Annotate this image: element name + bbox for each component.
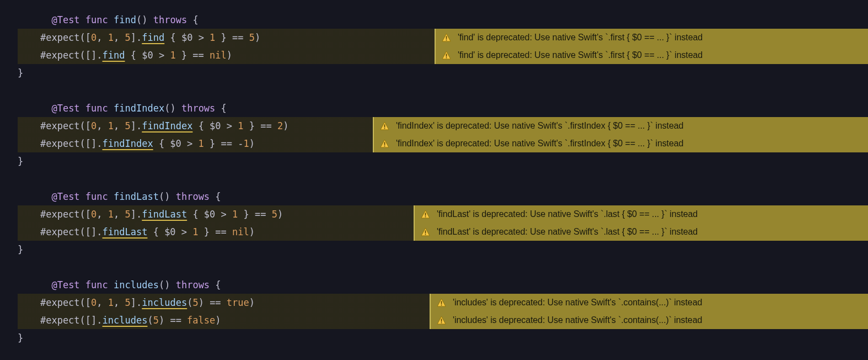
attr-test: @Test — [51, 14, 79, 25]
svg-rect-5 — [384, 128, 385, 129]
warning-message: 'findLast' is deprecated: Use native Swi… — [437, 223, 698, 241]
warning-icon — [435, 294, 447, 311]
svg-rect-10 — [425, 230, 426, 233]
warning-banner[interactable]: 'includes' is deprecated: Use native Swi… — [430, 294, 868, 311]
code-line[interactable]: } — [18, 64, 868, 82]
svg-rect-0 — [446, 36, 447, 39]
deprecated-method: includes — [103, 315, 148, 326]
code-line[interactable]: } — [18, 152, 868, 170]
svg-rect-12 — [441, 301, 442, 304]
warning-icon — [440, 46, 452, 64]
code-line[interactable]: @Test func findLast() throws { — [18, 188, 868, 205]
svg-rect-14 — [441, 319, 442, 321]
warning-banner[interactable]: 'find' is deprecated: Use native Swift's… — [435, 29, 868, 46]
code-line[interactable]: #expect([].find { $0 > 1 } == nil) 'find… — [18, 46, 868, 64]
warning-banner[interactable]: 'findLast' is deprecated: Use native Swi… — [414, 223, 868, 241]
svg-rect-8 — [425, 213, 426, 215]
code-line[interactable]: #expect([0, 1, 5].findIndex { $0 > 1 } =… — [18, 117, 868, 135]
code-line[interactable]: #expect([].includes(5) == false) 'includ… — [18, 311, 868, 329]
warning-banner[interactable]: 'findLast' is deprecated: Use native Swi… — [414, 205, 868, 223]
code-line[interactable]: } — [18, 241, 868, 258]
deprecated-method: findLast — [103, 226, 148, 237]
deprecated-method: find — [142, 32, 164, 43]
warning-icon — [419, 205, 431, 223]
warning-banner[interactable]: 'includes' is deprecated: Use native Swi… — [430, 311, 868, 329]
code-line[interactable]: #expect([].findLast { $0 > 1 } == nil) '… — [18, 223, 868, 241]
warning-icon — [378, 117, 390, 135]
warning-icon — [378, 135, 390, 152]
code-editor[interactable]: @Test func find() throws { #expect([0, 1… — [0, 0, 868, 347]
svg-rect-2 — [446, 54, 447, 56]
warning-message: 'includes' is deprecated: Use native Swi… — [453, 294, 702, 311]
warning-message: 'find' is deprecated: Use native Swift's… — [458, 29, 703, 46]
deprecated-method: findIndex — [103, 138, 153, 149]
warning-banner[interactable]: 'findIndex' is deprecated: Use native Sw… — [373, 135, 868, 152]
warning-message: 'includes' is deprecated: Use native Swi… — [453, 311, 702, 329]
warning-message: 'findIndex' is deprecated: Use native Sw… — [396, 117, 683, 135]
svg-rect-6 — [384, 142, 385, 145]
warning-message: 'findLast' is deprecated: Use native Swi… — [437, 205, 698, 223]
code-line[interactable]: } — [18, 329, 868, 347]
code-line[interactable]: #expect([0, 1, 5].includes(5) == true) '… — [18, 294, 868, 311]
svg-rect-15 — [441, 322, 442, 323]
svg-rect-13 — [441, 304, 442, 305]
code-line[interactable]: @Test func findIndex() throws { — [18, 99, 868, 117]
code-line[interactable]: #expect([].findIndex { $0 > 1 } == -1) '… — [18, 135, 868, 152]
svg-rect-4 — [384, 124, 385, 127]
deprecated-method: includes — [142, 297, 187, 308]
warning-banner[interactable]: 'find' is deprecated: Use native Swift's… — [435, 46, 868, 64]
warning-icon — [440, 29, 452, 46]
svg-rect-9 — [425, 216, 426, 217]
deprecated-method: findLast — [142, 209, 187, 220]
warning-banner[interactable]: 'findIndex' is deprecated: Use native Sw… — [373, 117, 868, 135]
warning-icon — [419, 223, 431, 241]
warning-icon — [435, 311, 447, 329]
func-name: find — [114, 14, 136, 25]
deprecated-method: find — [103, 50, 125, 61]
code-line[interactable]: @Test func includes() throws { — [18, 276, 868, 294]
code-line[interactable]: @Test func find() throws { — [18, 11, 868, 29]
kw-func: func — [85, 14, 108, 25]
svg-rect-1 — [446, 39, 447, 40]
svg-rect-3 — [446, 57, 447, 58]
code-line[interactable]: #expect([0, 1, 5].find { $0 > 1 } == 5) … — [18, 29, 868, 46]
svg-rect-11 — [425, 234, 426, 235]
svg-rect-7 — [384, 145, 385, 146]
deprecated-method: findIndex — [142, 120, 192, 131]
warning-message: 'findIndex' is deprecated: Use native Sw… — [396, 135, 683, 152]
code-line[interactable]: #expect([0, 1, 5].findLast { $0 > 1 } ==… — [18, 205, 868, 223]
warning-message: 'find' is deprecated: Use native Swift's… — [458, 46, 703, 64]
